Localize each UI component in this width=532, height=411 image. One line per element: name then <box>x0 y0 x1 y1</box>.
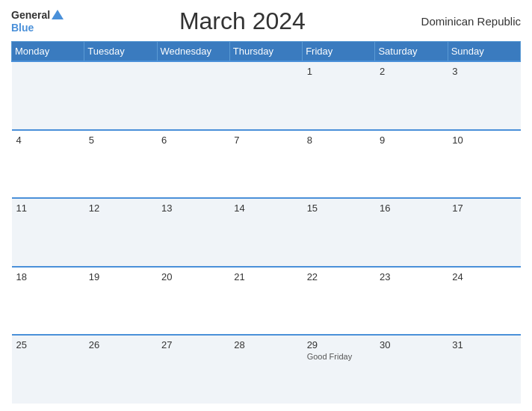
weekday-header-tuesday: Tuesday <box>84 42 157 62</box>
weekday-header-thursday: Thursday <box>229 42 302 62</box>
calendar-day-cell: 11 <box>12 198 84 267</box>
calendar-day-cell <box>84 61 157 130</box>
calendar-day-cell: 25 <box>12 335 84 404</box>
day-number: 4 <box>16 135 80 146</box>
calendar-header-row: MondayTuesdayWednesdayThursdayFridaySatu… <box>12 42 521 62</box>
day-number: 30 <box>380 339 443 350</box>
calendar-table: MondayTuesdayWednesdayThursdayFridaySatu… <box>11 41 521 404</box>
calendar-day-cell: 28 <box>229 335 302 404</box>
calendar-day-cell: 4 <box>12 130 84 199</box>
calendar-day-cell: 1 <box>303 61 375 130</box>
calendar-day-cell: 13 <box>157 198 229 267</box>
logo: General Blue <box>11 9 64 34</box>
day-number: 26 <box>89 339 152 350</box>
day-number: 12 <box>89 203 152 214</box>
day-number: 9 <box>380 135 443 146</box>
logo-triangle-icon <box>52 10 64 19</box>
calendar-day-cell: 19 <box>84 267 157 336</box>
calendar-day-cell: 31 <box>448 335 520 404</box>
calendar-week-row: 2526272829Good Friday3031 <box>12 335 521 404</box>
calendar-week-row: 18192021222324 <box>12 267 521 336</box>
calendar-day-cell: 3 <box>448 61 520 130</box>
day-number: 13 <box>161 203 225 214</box>
day-number: 27 <box>161 339 225 350</box>
day-number: 11 <box>16 203 80 214</box>
logo-general: General <box>11 9 50 22</box>
day-number: 22 <box>307 271 371 282</box>
calendar-day-cell <box>157 61 229 130</box>
day-number: 15 <box>307 203 371 214</box>
calendar-day-cell: 5 <box>84 130 157 199</box>
calendar-day-cell: 18 <box>12 267 84 336</box>
day-number: 23 <box>380 271 443 282</box>
day-number: 2 <box>380 66 443 77</box>
day-number: 1 <box>307 66 371 77</box>
holiday-label: Good Friday <box>307 352 371 361</box>
day-number: 31 <box>452 339 516 350</box>
calendar-day-cell: 2 <box>375 61 448 130</box>
calendar-day-cell: 17 <box>448 198 520 267</box>
calendar-body: 1234567891011121314151617181920212223242… <box>12 61 521 404</box>
calendar-day-cell: 8 <box>303 130 375 199</box>
calendar-day-cell: 23 <box>375 267 448 336</box>
day-number: 20 <box>161 271 225 282</box>
country-label: Dominican Republic <box>421 15 521 28</box>
calendar-day-cell: 12 <box>84 198 157 267</box>
day-number: 6 <box>161 135 225 146</box>
weekday-header-row: MondayTuesdayWednesdayThursdayFridaySatu… <box>12 42 521 62</box>
calendar-day-cell: 30 <box>375 335 448 404</box>
weekday-header-friday: Friday <box>303 42 375 62</box>
calendar-day-cell: 26 <box>84 335 157 404</box>
day-number: 18 <box>16 271 80 282</box>
day-number: 10 <box>452 135 516 146</box>
calendar-day-cell: 16 <box>375 198 448 267</box>
calendar-day-cell: 6 <box>157 130 229 199</box>
day-number: 24 <box>452 271 516 282</box>
calendar-day-cell: 21 <box>229 267 302 336</box>
weekday-header-sunday: Sunday <box>448 42 520 62</box>
day-number: 29 <box>307 339 371 350</box>
calendar-day-cell: 14 <box>229 198 302 267</box>
day-number: 28 <box>234 339 297 350</box>
day-number: 16 <box>380 203 443 214</box>
calendar-day-cell: 27 <box>157 335 229 404</box>
day-number: 21 <box>234 271 297 282</box>
calendar-week-row: 123 <box>12 61 521 130</box>
calendar-day-cell <box>229 61 302 130</box>
calendar-day-cell: 15 <box>303 198 375 267</box>
calendar-week-row: 45678910 <box>12 130 521 199</box>
day-number: 19 <box>89 271 152 282</box>
calendar-header: General Blue March 2024 Dominican Republ… <box>11 7 521 35</box>
calendar-week-row: 11121314151617 <box>12 198 521 267</box>
day-number: 5 <box>89 135 152 146</box>
calendar-day-cell: 20 <box>157 267 229 336</box>
calendar-day-cell: 7 <box>229 130 302 199</box>
day-number: 14 <box>234 203 297 214</box>
day-number: 8 <box>307 135 371 146</box>
day-number: 25 <box>16 339 80 350</box>
weekday-header-monday: Monday <box>12 42 84 62</box>
logo-blue: Blue <box>11 22 64 34</box>
day-number: 17 <box>452 203 516 214</box>
weekday-header-saturday: Saturday <box>375 42 448 62</box>
weekday-header-wednesday: Wednesday <box>157 42 229 62</box>
calendar-day-cell: 9 <box>375 130 448 199</box>
calendar-day-cell: 22 <box>303 267 375 336</box>
calendar-day-cell: 24 <box>448 267 520 336</box>
calendar-day-cell <box>12 61 84 130</box>
day-number: 7 <box>234 135 297 146</box>
calendar-day-cell: 29Good Friday <box>303 335 375 404</box>
month-title: March 2024 <box>179 7 306 35</box>
day-number: 3 <box>452 66 516 77</box>
calendar-day-cell: 10 <box>448 130 520 199</box>
